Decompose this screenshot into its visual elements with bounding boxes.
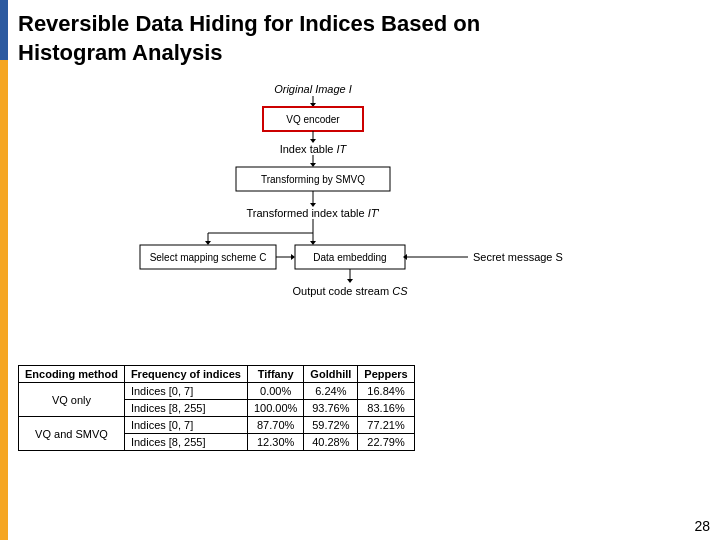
method-cell: VQ and SMVQ	[19, 417, 125, 451]
svg-marker-9	[310, 163, 316, 167]
flow-container: Original Image I VQ encoder Index table …	[78, 81, 658, 421]
svg-text:Output code stream CS: Output code stream CS	[293, 285, 409, 297]
svg-text:Transformed index table IT': Transformed index table IT'	[246, 207, 379, 219]
svg-marker-28	[403, 254, 407, 260]
svg-text:Secret message S: Secret message S	[473, 251, 563, 263]
svg-marker-2	[310, 103, 316, 107]
title-line1: Reversible Data Hiding for Indices Based…	[18, 11, 480, 36]
svg-marker-31	[347, 279, 353, 283]
svg-rect-10	[236, 167, 390, 191]
svg-text:Select mapping scheme C: Select mapping scheme C	[150, 252, 267, 263]
svg-marker-24	[291, 254, 295, 260]
svg-marker-18	[205, 241, 211, 245]
peppers-cell: 22.79%	[358, 434, 414, 451]
tiffany-cell: 12.30%	[247, 434, 303, 451]
svg-marker-13	[310, 203, 316, 207]
svg-marker-20	[310, 241, 316, 245]
page-number: 28	[694, 518, 710, 534]
svg-rect-3	[263, 107, 363, 131]
indices-cell: Indices [8, 255]	[124, 434, 247, 451]
diagram-area: Original Image I VQ encoder Index table …	[18, 81, 708, 421]
page-title: Reversible Data Hiding for Indices Based…	[18, 10, 708, 67]
svg-text:Transforming by SMVQ: Transforming by SMVQ	[261, 174, 365, 185]
svg-rect-21	[140, 245, 276, 269]
svg-text:Original Image I: Original Image I	[274, 83, 352, 95]
svg-text:VQ encoder: VQ encoder	[286, 114, 340, 125]
svg-text:Index table IT: Index table IT	[280, 143, 348, 155]
title-line2: Histogram Analysis	[18, 40, 223, 65]
diagram-svg: Original Image I VQ encoder Index table …	[78, 81, 658, 421]
svg-rect-25	[295, 245, 405, 269]
goldhill-cell: 40.28%	[304, 434, 358, 451]
accent-bar-blue	[0, 0, 8, 60]
accent-bar-orange	[0, 0, 8, 540]
svg-marker-6	[310, 139, 316, 143]
svg-text:Data embedding: Data embedding	[313, 252, 386, 263]
